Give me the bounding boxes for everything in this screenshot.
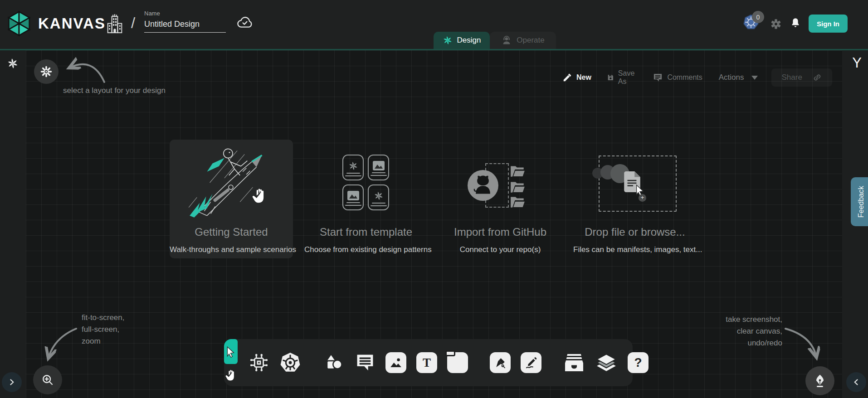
app-header: KANVAS / Name Design: [0, 0, 868, 49]
spiral-icon: [348, 161, 358, 171]
archive-icon[interactable]: [563, 352, 585, 374]
share-link-icon: [812, 73, 822, 83]
comments-button[interactable]: Comments: [653, 73, 702, 83]
hand-tool-icon: [224, 369, 238, 382]
zoom-in-button[interactable]: [33, 365, 62, 394]
card-subtitle: Choose from existing design patterns: [304, 245, 428, 254]
select-tool-button[interactable]: [224, 339, 238, 364]
pencil-tool-button[interactable]: [521, 352, 541, 373]
actions-label: Actions: [719, 73, 744, 82]
text-tool-button[interactable]: T: [416, 352, 437, 373]
tab-operate[interactable]: Operate: [490, 32, 556, 49]
help-icon: ?: [634, 355, 642, 370]
tab-design[interactable]: Design: [434, 32, 490, 49]
save-as-button[interactable]: Save As: [607, 69, 637, 86]
circuit-icon[interactable]: [249, 352, 269, 373]
save-icon: [607, 73, 614, 83]
card-title: Getting Started: [170, 226, 293, 238]
expand-right-panel-button[interactable]: [846, 372, 866, 392]
mode-tabs: Design Operate: [434, 32, 556, 49]
actions-hint: take screenshot, clear canvas, undo/redo: [697, 314, 782, 349]
expand-left-panel-button[interactable]: [2, 372, 22, 392]
chevron-left-icon: [852, 378, 861, 387]
left-rail: [0, 50, 26, 398]
sign-in-button[interactable]: Sign In: [809, 15, 848, 33]
card-title: Import from GitHub: [439, 226, 562, 238]
breadcrumb-separator: /: [131, 15, 135, 32]
chevron-right-icon: [7, 378, 16, 387]
canvas-toolbar: New Save As Comments Actions Share: [562, 68, 832, 87]
tab-design-label: Design: [457, 36, 481, 45]
spiral-icon[interactable]: [7, 58, 19, 69]
brand-logo[interactable]: KANVAS: [6, 11, 106, 36]
pen-nib-icon: [813, 374, 827, 388]
card-getting-started[interactable]: Getting Started Walk-throughs and sample…: [170, 140, 293, 258]
design-name-input[interactable]: [144, 18, 226, 33]
y-mark: Y: [852, 55, 862, 71]
card-drop-file[interactable]: + Drop file or browse... Files can be ma…: [573, 140, 697, 258]
card-start-from-template[interactable]: Start from template Choose from existing…: [304, 140, 428, 258]
tab-operate-label: Operate: [517, 36, 544, 45]
layout-hint: select a layout for your design: [63, 86, 166, 95]
bell-icon[interactable]: [790, 17, 801, 30]
design-name-field: Name: [144, 10, 226, 33]
pen-nib-button[interactable]: [805, 366, 834, 395]
comments-label: Comments: [667, 73, 702, 82]
sticky-note-icon: [445, 350, 455, 356]
actions-dropdown[interactable]: Actions: [719, 73, 758, 82]
layout-flower-icon: [39, 65, 53, 78]
organization-icon[interactable]: [105, 14, 124, 34]
zoom-in-icon: [41, 373, 54, 387]
share-button[interactable]: Share: [771, 68, 832, 87]
template-thumb: [368, 155, 389, 180]
new-label: New: [576, 73, 591, 82]
kubernetes-wheel-icon[interactable]: [279, 352, 301, 374]
chevron-down-icon: [751, 76, 758, 80]
design-canvas[interactable]: Y select a layout for your design: [0, 50, 868, 398]
card-import-github[interactable]: Import from GitHub Connect to your repo(…: [439, 140, 562, 258]
sticky-note-button[interactable]: [447, 352, 468, 373]
gear-icon[interactable]: [770, 18, 782, 30]
image-tool-button[interactable]: [385, 352, 406, 373]
pencil-icon: [562, 73, 572, 83]
feedback-label: Feedback: [857, 186, 865, 218]
layout-picker-button[interactable]: [34, 59, 59, 84]
pen-tool-icon: [493, 356, 507, 369]
card-title: Drop file or browse...: [573, 226, 697, 238]
design-spiral-icon: [443, 35, 453, 45]
folder-icon: [510, 164, 526, 178]
folder-icon: [510, 195, 526, 209]
comment-tool-icon[interactable]: [355, 352, 375, 373]
plus-badge: +: [639, 194, 646, 202]
zoom-hint: fit-to-screen, full-screen, zoom: [82, 312, 124, 347]
cloud-sync-icon: [236, 15, 254, 29]
template-thumb: [342, 184, 364, 210]
pencil-tool-icon: [524, 356, 538, 369]
card-title: Start from template: [304, 226, 428, 238]
save-as-label: Save As: [618, 69, 638, 86]
brand-name: KANVAS: [38, 15, 106, 32]
text-tool-icon: T: [423, 356, 431, 370]
credits-badge: 0: [752, 11, 764, 23]
folder-icon: [510, 180, 526, 194]
card-subtitle: Files can be manifests, images, text...: [573, 245, 697, 254]
select-arrow-icon: [225, 346, 237, 358]
template-thumb: [342, 155, 364, 180]
image-icon: [347, 191, 359, 200]
pen-tool-button[interactable]: [490, 352, 511, 373]
image-icon: [373, 161, 385, 170]
card-subtitle: Walk-throughs and sample scenarios: [170, 245, 293, 254]
shapes-icon[interactable]: [323, 352, 345, 374]
feedback-tab[interactable]: Feedback: [851, 177, 868, 226]
github-icon: [467, 170, 499, 201]
operate-headset-icon: [501, 35, 512, 46]
credits-indicator[interactable]: 0: [743, 14, 768, 35]
cursor-hand-icon: [250, 187, 268, 205]
tool-palette: T: [224, 339, 633, 386]
template-thumbnails: [342, 155, 389, 210]
card-subtitle: Connect to your repo(s): [439, 245, 562, 254]
layers-icon[interactable]: [595, 351, 618, 374]
new-button[interactable]: New: [562, 73, 591, 83]
hand-tool-button[interactable]: [224, 364, 238, 386]
help-button[interactable]: ?: [628, 352, 649, 373]
